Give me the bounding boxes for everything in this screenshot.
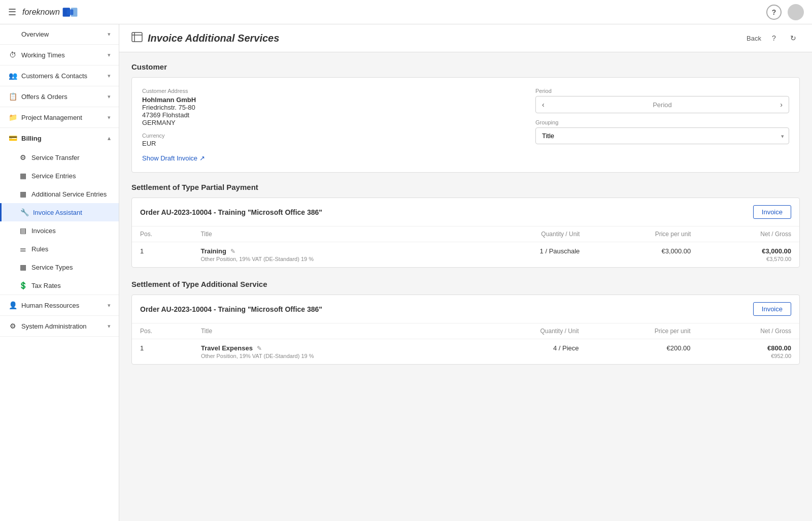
col-qty-1: Quantity / Unit — [468, 226, 588, 242]
billing-icon: 💳 — [8, 134, 17, 142]
invoice-button-2[interactable]: Invoice — [753, 302, 791, 316]
company-name: Hohlmann GmbH — [142, 96, 515, 104]
settlement-additional-service-card: Order AU-2023-10004 - Training "Microsof… — [131, 295, 800, 365]
logo-text: foreknown — [22, 8, 60, 17]
col-price-2: Price per unit — [587, 323, 699, 339]
order-title-1: Order AU-2023-10004 - Training "Microsof… — [140, 208, 322, 216]
sidebar-item-invoices[interactable]: ▤ Invoices — [0, 221, 119, 240]
order-header-2: Order AU-2023-10004 - Training "Microsof… — [132, 295, 799, 323]
customer-section-heading: Customer — [131, 62, 800, 71]
entry-pos-1-1: 1 — [132, 242, 192, 268]
period-next-button[interactable]: › — [774, 96, 789, 113]
sidebar-label-projects: Project Management — [21, 114, 82, 121]
settlement-additional-service-heading: Settlement of Type Additional Service — [131, 280, 800, 288]
sidebar-item-hr[interactable]: 👤 Human Ressources ▾ — [0, 295, 119, 315]
col-pos-2: Pos. — [132, 323, 193, 339]
grouping-wrapper: Title Date None ▾ — [535, 127, 789, 144]
col-net-2: Net / Gross — [698, 323, 799, 339]
entry-edit-icon-2-1[interactable]: ✎ — [257, 345, 262, 352]
sidebar-item-sysadmin[interactable]: ⚙ System Administration ▾ — [0, 316, 119, 336]
period-label: Period — [535, 88, 789, 94]
country: GERMANY — [142, 119, 515, 126]
sidebar-item-invoice-assistant[interactable]: 🔧 Invoice Assistant — [0, 203, 119, 221]
sidebar-label-offers: Offers & Orders — [21, 93, 67, 101]
sidebar-item-tax-rates[interactable]: 💲 Tax Rates — [0, 276, 119, 295]
sidebar-item-service-transfer[interactable]: ⚙ Service Transfer — [0, 148, 119, 167]
period-value: Period — [551, 101, 774, 109]
help-page-button[interactable]: ? — [767, 31, 781, 45]
user-avatar[interactable] — [788, 4, 804, 20]
entry-gross-2-1: €952.00 — [706, 353, 791, 359]
city-postal: 47369 Flohstadt — [142, 111, 515, 119]
entry-title-1-1: Training — [200, 247, 226, 255]
currency-value: EUR — [142, 140, 515, 147]
back-button[interactable]: Back — [747, 35, 761, 42]
sidebar-item-overview[interactable]: Overview ▾ — [0, 24, 119, 44]
sidebar-label-sysadmin: System Administration — [21, 322, 87, 330]
sidebar-item-projects[interactable]: 📁 Project Management ▾ — [0, 107, 119, 127]
sidebar-label-invoice-assistant: Invoice Assistant — [33, 209, 82, 216]
top-navigation: ☰ foreknown ? — [0, 0, 812, 24]
sidebar-label-service-types: Service Types — [31, 264, 73, 271]
sidebar-item-service-entries[interactable]: ▦ Service Entries — [0, 167, 119, 185]
entry-subtitle-2-1: Other Position, 19% VAT (DE-Standard) 19… — [201, 353, 461, 359]
sidebar-item-additional-service-entries[interactable]: ▦ Additional Service Entries — [0, 185, 119, 203]
entry-gross-1-1: €3,570.00 — [707, 256, 791, 262]
invoice-button-1[interactable]: Invoice — [753, 205, 791, 219]
col-title-1: Title — [192, 226, 468, 242]
svg-rect-3 — [132, 32, 142, 42]
settlement-partial-payment-heading: Settlement of Type Partial Payment — [131, 183, 800, 191]
entry-price-2-1: €200.00 — [587, 339, 699, 365]
entry-edit-icon-1-1[interactable]: ✎ — [230, 248, 235, 255]
projects-chevron: ▾ — [108, 114, 111, 121]
working-times-icon: ⏱ — [8, 51, 17, 59]
external-link-icon: ↗ — [199, 154, 205, 162]
period-prev-button[interactable]: ‹ — [536, 96, 551, 113]
show-draft-invoice-link[interactable]: Show Draft Invoice ↗ — [142, 154, 515, 162]
entry-price-1-1: €3,000.00 — [588, 242, 699, 268]
col-pos-1: Pos. — [132, 226, 192, 242]
offers-icon: 📋 — [8, 92, 17, 101]
entry-pos-2-1: 1 — [132, 339, 193, 365]
sidebar-section-offers: 📋 Offers & Orders ▾ — [0, 86, 119, 107]
page-title: Invoice Additional Services — [148, 32, 279, 44]
sidebar-item-rules[interactable]: ⚌ Rules — [0, 240, 119, 258]
service-types-icon: ▦ — [18, 263, 27, 271]
entry-net-cell-1-1: €3,000.00 €3,570.00 — [699, 242, 799, 268]
sidebar-section-customers: 👥 Customers & Contacts ▾ — [0, 66, 119, 86]
svg-rect-2 — [66, 9, 73, 15]
sidebar-item-service-types[interactable]: ▦ Service Types — [0, 258, 119, 276]
customers-chevron: ▾ — [108, 73, 111, 79]
sidebar-label-hr: Human Ressources — [21, 302, 79, 309]
sidebar-item-customers[interactable]: 👥 Customers & Contacts ▾ — [0, 66, 119, 86]
sidebar: Overview ▾ ⏱ Working Times ▾ 👥 Customers… — [0, 24, 119, 521]
help-button[interactable]: ? — [766, 5, 782, 20]
sidebar-item-billing[interactable]: 💳 Billing ▴ — [0, 128, 119, 148]
billing-chevron: ▴ — [108, 135, 111, 142]
grouping-select[interactable]: Title Date None — [535, 127, 789, 144]
invoice-assistant-icon: 🔧 — [20, 208, 29, 216]
sidebar-label-overview: Overview — [21, 30, 49, 38]
table-row: 1 Travel Expenses ✎ Other Position, 19% … — [132, 339, 799, 365]
sidebar-label-service-transfer: Service Transfer — [31, 154, 80, 161]
sidebar-label-customers: Customers & Contacts — [21, 72, 87, 80]
entry-title-2-1: Travel Expenses — [201, 344, 253, 352]
refresh-button[interactable]: ↻ — [787, 31, 800, 45]
sidebar-item-offers[interactable]: 📋 Offers & Orders ▾ — [0, 86, 119, 107]
order-header-1: Order AU-2023-10004 - Training "Microsof… — [132, 198, 799, 226]
order-title-2: Order AU-2023-10004 - Training "Microsof… — [140, 305, 322, 313]
menu-toggle[interactable]: ☰ — [8, 7, 16, 18]
sidebar-section-billing: 💳 Billing ▴ ⚙ Service Transfer ▦ Service… — [0, 128, 119, 295]
entry-table-2: Pos. Title Quantity / Unit Price per uni… — [132, 323, 799, 364]
sidebar-item-working-times[interactable]: ⏱ Working Times ▾ — [0, 45, 119, 65]
sidebar-section-hr: 👤 Human Ressources ▾ — [0, 295, 119, 316]
entry-net-2-1: €800.00 — [706, 344, 791, 352]
hr-icon: 👤 — [8, 301, 17, 309]
main-content: Invoice Additional Services Back ? ↻ Cus… — [119, 24, 812, 521]
working-times-chevron: ▾ — [108, 52, 111, 58]
settlement-additional-service: Settlement of Type Additional Service Or… — [131, 280, 800, 365]
col-price-1: Price per unit — [588, 226, 699, 242]
entry-net-cell-2-1: €800.00 €952.00 — [698, 339, 799, 365]
overview-chevron: ▾ — [108, 31, 111, 38]
period-row: ‹ Period › — [535, 96, 789, 113]
